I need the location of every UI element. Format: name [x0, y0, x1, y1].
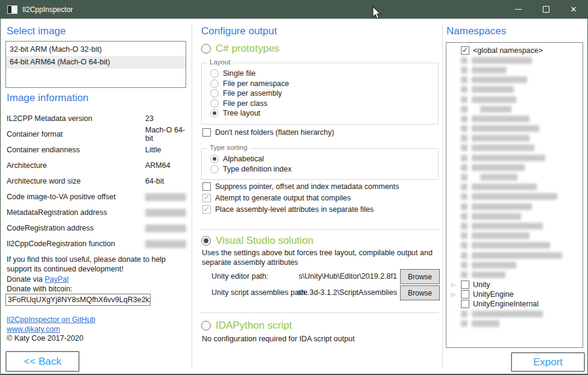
- namespace-item[interactable]: [446, 221, 583, 231]
- redacted-label: [472, 311, 543, 317]
- image-list-item[interactable]: 64-bit ARM64 (Mach-O 64-bit): [6, 56, 186, 69]
- maximize-button[interactable]: [532, 0, 560, 19]
- checkbox-icon[interactable]: [202, 205, 211, 214]
- bitcoin-address-field[interactable]: 3FoRUqUXgYj8NY8sMQfhX6vv9LqR3e2kzz: [5, 294, 151, 306]
- namespace-item[interactable]: [446, 182, 583, 192]
- namespace-item[interactable]: [446, 65, 583, 75]
- radio-option[interactable]: Single file: [210, 69, 433, 79]
- redacted-label: [472, 125, 539, 132]
- visual-studio-option[interactable]: Visual Studio solution: [201, 235, 313, 247]
- titlebar[interactable]: Il2CppInspector ✕: [1, 0, 587, 19]
- close-button[interactable]: ✕: [560, 0, 587, 19]
- paypal-link[interactable]: PayPal: [45, 275, 69, 284]
- checkbox-icon[interactable]: [202, 128, 211, 137]
- namespace-item[interactable]: [446, 202, 583, 211]
- section-divider: [201, 229, 439, 230]
- nest-folders-option[interactable]: Don't nest folders (flatten hierarchy): [202, 128, 334, 138]
- info-row: Code image-to-VA positive offset: [7, 189, 187, 205]
- namespace-item[interactable]: [446, 55, 583, 65]
- namespace-checkbox[interactable]: [461, 46, 469, 55]
- radio-icon[interactable]: [210, 99, 219, 108]
- namespace-item[interactable]: [446, 318, 583, 328]
- browse-editor-button[interactable]: Browse: [400, 269, 440, 284]
- image-list-item[interactable]: 32-bit ARM (Mach-O 32-bit): [6, 43, 186, 56]
- browse-assemblies-button[interactable]: Browse: [400, 285, 440, 300]
- unity-assemblies-path-value[interactable]: ate.3d-3.1.2\ScriptAssemblies: [266, 288, 397, 297]
- redacted-checkbox: [461, 155, 468, 161]
- checkbox-option[interactable]: Place assembly-level attributes in separ…: [202, 204, 399, 215]
- namespace-item[interactable]: [446, 134, 583, 143]
- minimize-button[interactable]: [504, 0, 532, 19]
- redacted-label: [472, 262, 516, 268]
- idapython-option[interactable]: IDAPython script: [201, 320, 292, 332]
- redacted-checkbox: [461, 213, 468, 220]
- namespace-item[interactable]: ▷Unity: [446, 280, 583, 290]
- namespace-item[interactable]: [446, 143, 583, 153]
- namespace-item[interactable]: [446, 95, 583, 104]
- github-link[interactable]: Il2CppInspector on GitHub: [7, 315, 95, 324]
- namespace-item[interactable]: [446, 172, 583, 182]
- namespace-item[interactable]: [446, 124, 583, 134]
- namespace-item[interactable]: [446, 211, 583, 221]
- redacted-label: [472, 320, 499, 327]
- namespace-item[interactable]: <global namespace>: [446, 46, 583, 55]
- namespace-item[interactable]: [446, 163, 583, 172]
- checkbox-option[interactable]: Suppress pointer, offset and index metad…: [202, 181, 399, 192]
- radio-option[interactable]: Alphabetical: [210, 154, 433, 164]
- csharp-prototypes-option[interactable]: C# prototypes: [201, 43, 280, 55]
- radio-icon[interactable]: [210, 155, 219, 163]
- radio-icon[interactable]: [210, 109, 219, 117]
- namespace-item[interactable]: [446, 192, 583, 202]
- back-button[interactable]: << Back: [5, 351, 80, 372]
- namespace-item[interactable]: [446, 309, 583, 318]
- radio-option[interactable]: Type definition index: [210, 164, 433, 175]
- radio-option[interactable]: File per assembly: [210, 88, 433, 99]
- namespace-item[interactable]: [446, 231, 583, 241]
- redacted-checkbox: [461, 203, 468, 210]
- nest-folders-label: Don't nest folders (flatten hierarchy): [215, 128, 334, 137]
- website-link[interactable]: www.djkaty.com: [7, 325, 60, 333]
- info-row: Container endiannessLittle: [7, 142, 187, 158]
- namespace-item[interactable]: UnityEngineInternal: [446, 299, 583, 309]
- namespace-item[interactable]: ▷UnityEngine: [446, 290, 583, 299]
- namespace-item[interactable]: [446, 85, 583, 95]
- radio-icon[interactable]: [210, 79, 219, 88]
- namespace-checkbox[interactable]: [461, 290, 469, 299]
- info-label: Container endianness: [7, 146, 145, 154]
- radio-icon[interactable]: [210, 165, 219, 173]
- namespace-item[interactable]: [446, 114, 583, 123]
- namespace-item[interactable]: [446, 241, 583, 250]
- checkbox-option[interactable]: Attempt to generate output that compiles: [202, 193, 399, 203]
- namespace-item[interactable]: [446, 260, 583, 270]
- unity-editor-path-value[interactable]: s\Unity\Hub\Editor\2019.2.8f1: [266, 272, 397, 280]
- radio-icon[interactable]: [210, 69, 219, 78]
- radio-icon[interactable]: [210, 89, 219, 98]
- redacted-label: [472, 144, 534, 151]
- image-list[interactable]: 32-bit ARM (Mach-O 32-bit)64-bit ARM64 (…: [5, 41, 186, 88]
- namespace-item[interactable]: [446, 75, 583, 85]
- namespace-checkbox[interactable]: [461, 280, 469, 289]
- checkbox-icon[interactable]: [202, 194, 211, 202]
- namespace-list[interactable]: <global namespace>▷Unity▷UnityEngineUnit…: [446, 42, 583, 348]
- info-row: Container formatMach-O 64-bit: [7, 126, 187, 142]
- redacted-label: [472, 57, 532, 64]
- radio-option[interactable]: Tree layout: [210, 108, 433, 119]
- info-label: MetadataRegistration address: [7, 208, 145, 217]
- expander-icon[interactable]: ▷: [451, 280, 461, 290]
- radio-icon[interactable]: [201, 236, 211, 246]
- namespace-item[interactable]: [446, 104, 583, 114]
- namespace-checkbox[interactable]: [461, 300, 469, 308]
- radio-option[interactable]: File per namespace: [210, 79, 433, 89]
- checkbox-icon[interactable]: [202, 182, 211, 191]
- radio-icon[interactable]: [201, 44, 211, 54]
- export-button[interactable]: Export: [511, 352, 585, 372]
- expander-icon[interactable]: ▷: [451, 290, 461, 299]
- namespace-item[interactable]: [446, 270, 583, 279]
- radio-icon[interactable]: [201, 321, 211, 330]
- redacted-label: [472, 116, 530, 122]
- radio-option[interactable]: File per class: [210, 99, 433, 109]
- namespace-item[interactable]: [446, 250, 583, 260]
- info-label: Container format: [7, 130, 145, 138]
- namespace-label: UnityEngine: [473, 290, 513, 299]
- namespace-item[interactable]: [446, 153, 583, 163]
